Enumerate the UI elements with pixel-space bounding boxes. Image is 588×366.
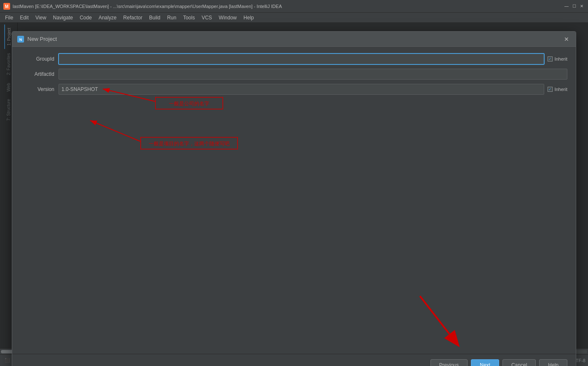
- groupid-row: GroupId Inherit: [21, 53, 567, 64]
- menu-bar: File Edit View Navigate Code Analyze Ref…: [0, 13, 588, 23]
- menu-vcs[interactable]: VCS: [198, 14, 216, 21]
- big-arrow-svg: [407, 288, 458, 342]
- help-button[interactable]: Help: [539, 359, 567, 366]
- window-controls: — ☐ ✕: [564, 3, 585, 9]
- menu-edit[interactable]: Edit: [16, 14, 32, 21]
- menu-run[interactable]: Run: [164, 14, 180, 21]
- version-inherit-label: Inherit: [554, 87, 567, 92]
- version-inherit-checkbox[interactable]: [548, 87, 553, 92]
- version-label: Version: [21, 86, 59, 92]
- dialog-spacer: [12, 230, 576, 354]
- svg-text:M: M: [5, 4, 8, 9]
- groupid-inherit[interactable]: Inherit: [548, 56, 567, 61]
- artifactid-label: ArtifactId: [21, 71, 59, 77]
- dialog-icon: N: [17, 36, 24, 43]
- menu-file[interactable]: File: [2, 14, 16, 21]
- svg-text:N: N: [19, 37, 22, 42]
- svg-rect-8: [141, 137, 238, 149]
- menu-navigate[interactable]: Navigate: [50, 14, 76, 21]
- menu-view[interactable]: View: [32, 14, 50, 21]
- cancel-button[interactable]: Cancel: [502, 359, 536, 366]
- version-input[interactable]: [59, 84, 544, 95]
- dialog-title: New Project: [27, 36, 562, 42]
- terminal-icon: ⬛: [4, 358, 10, 363]
- version-row: Version Inherit: [21, 84, 567, 95]
- maximize-button[interactable]: ☐: [571, 3, 577, 9]
- groupid-input[interactable]: [59, 53, 544, 64]
- groupid-inherit-label: Inherit: [554, 56, 567, 61]
- menu-code[interactable]: Code: [76, 14, 95, 21]
- dialog-footer: Previous Next Cancel Help: [12, 354, 576, 366]
- next-button[interactable]: Next: [471, 359, 499, 366]
- artifactid-row: ArtifactId: [21, 69, 567, 80]
- menu-tools[interactable]: Tools: [180, 14, 198, 21]
- app-icon: M: [3, 3, 10, 10]
- new-project-dialog: N New Project ✕ GroupId Inherit: [12, 31, 576, 366]
- svg-rect-5: [155, 97, 223, 109]
- groupid-label: GroupId: [21, 56, 59, 62]
- dialog-content: GroupId Inherit ArtifactId Version: [12, 47, 576, 230]
- svg-line-10: [90, 120, 141, 142]
- dialog-close-button[interactable]: ✕: [562, 35, 571, 43]
- dialog-titlebar: N New Project ✕: [12, 32, 576, 47]
- minimize-button[interactable]: —: [564, 3, 569, 9]
- previous-button[interactable]: Previous: [430, 359, 468, 366]
- svg-text:一般是公司的名字: 一般是公司的名字: [169, 101, 209, 107]
- svg-text:一般是项目的名字，这两个随便写吧: 一般是项目的名字，这两个随便写吧: [149, 141, 230, 147]
- groupid-inherit-checkbox[interactable]: [548, 56, 553, 61]
- title-bar: M lastMaven [E:\IDEA_WORKSPACE\lastMaven…: [0, 0, 588, 13]
- ide-body: 1: Project 2: Favorites Web 7: Structure…: [0, 23, 588, 348]
- dialog-overlay: N New Project ✕ GroupId Inherit: [0, 23, 588, 348]
- version-inherit[interactable]: Inherit: [548, 87, 567, 92]
- svg-line-14: [420, 296, 449, 334]
- window-title: lastMaven [E:\IDEA_WORKSPACE\lastMaven] …: [13, 4, 564, 9]
- menu-analyze[interactable]: Analyze: [95, 14, 120, 21]
- menu-build[interactable]: Build: [146, 14, 164, 21]
- menu-help[interactable]: Help: [240, 14, 257, 21]
- menu-refactor[interactable]: Refactor: [120, 14, 146, 21]
- close-button[interactable]: ✕: [579, 3, 585, 9]
- artifactid-input[interactable]: [59, 69, 567, 80]
- menu-window[interactable]: Window: [215, 14, 240, 21]
